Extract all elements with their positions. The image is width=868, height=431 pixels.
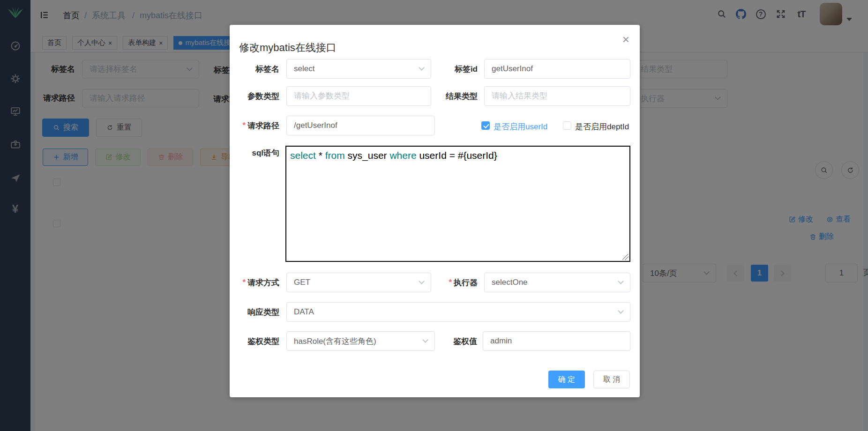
- auth-value-label: 鉴权值: [430, 331, 477, 351]
- sql-keyword: select: [290, 150, 316, 161]
- tag-id-input[interactable]: [484, 59, 630, 79]
- chevron-down-icon: [618, 278, 624, 284]
- label-text: 请求路径: [247, 120, 279, 131]
- param-type-input[interactable]: [286, 86, 431, 106]
- resize-handle[interactable]: [622, 254, 629, 260]
- dialog-title: 修改mybatis在线接口: [239, 41, 337, 55]
- sql-text: userId = #{userId}: [417, 150, 497, 161]
- executor-select[interactable]: selectOne: [484, 273, 630, 292]
- chevron-down-icon: [618, 308, 624, 314]
- sql-text: sys_user: [345, 150, 390, 161]
- sql-editor[interactable]: select * from sys_user where userId = #{…: [285, 146, 630, 262]
- sql-label: sql语句: [230, 143, 279, 163]
- enable-deptid-label[interactable]: 是否启用deptId: [575, 121, 629, 132]
- result-type-label: 结果类型: [431, 86, 478, 106]
- executor-label: * 执行器: [431, 273, 478, 292]
- select-value: GET: [294, 278, 310, 287]
- button-label: 取 消: [603, 375, 620, 385]
- tag-id-label: 标签id: [431, 59, 478, 79]
- close-icon[interactable]: ×: [622, 33, 629, 45]
- resp-type-select[interactable]: DATA: [286, 302, 630, 322]
- select-value: select: [294, 64, 314, 74]
- chevron-down-icon: [419, 65, 425, 71]
- sql-keyword: where: [389, 150, 416, 161]
- required-mark: *: [449, 278, 452, 287]
- method-label: * 请求方式: [230, 273, 279, 292]
- auth-type-select[interactable]: hasRole(含有这些角色): [286, 331, 435, 351]
- enable-userid-checkbox[interactable]: [481, 121, 490, 130]
- edit-mybatis-dialog: 修改mybatis在线接口 × 标签名 select 标签id 参数类型 结果类…: [230, 25, 640, 397]
- select-value: DATA: [294, 307, 314, 317]
- label-text: 执行器: [454, 277, 478, 288]
- tag-name-select[interactable]: select: [286, 59, 431, 79]
- method-select[interactable]: GET: [286, 273, 431, 292]
- path-input[interactable]: [286, 116, 435, 135]
- enable-deptid-checkbox[interactable]: [563, 121, 571, 130]
- required-mark: *: [242, 278, 246, 287]
- resp-type-label: 响应类型: [230, 302, 279, 322]
- chevron-down-icon: [419, 278, 425, 284]
- required-mark: *: [242, 121, 246, 130]
- chevron-down-icon: [422, 337, 428, 343]
- select-value: hasRole(含有这些角色): [294, 336, 376, 347]
- sql-keyword: from: [325, 150, 345, 161]
- cancel-button[interactable]: 取 消: [593, 371, 630, 388]
- app-root: ¥ 首页 / 系统工具 / mybatis在线接口 ?: [0, 0, 868, 431]
- tag-name-label: 标签名: [230, 59, 279, 79]
- result-type-input[interactable]: [484, 86, 630, 106]
- button-label: 确 定: [558, 375, 575, 385]
- confirm-button[interactable]: 确 定: [548, 371, 585, 388]
- param-type-label: 参数类型: [230, 86, 279, 106]
- path-label: * 请求路径: [230, 116, 279, 135]
- auth-value-input[interactable]: [483, 331, 630, 351]
- sql-text: *: [316, 150, 325, 161]
- select-value: selectOne: [492, 278, 528, 287]
- auth-type-label: 鉴权类型: [230, 331, 279, 351]
- label-text: 请求方式: [247, 277, 279, 288]
- enable-userid-label[interactable]: 是否启用userId: [494, 121, 547, 132]
